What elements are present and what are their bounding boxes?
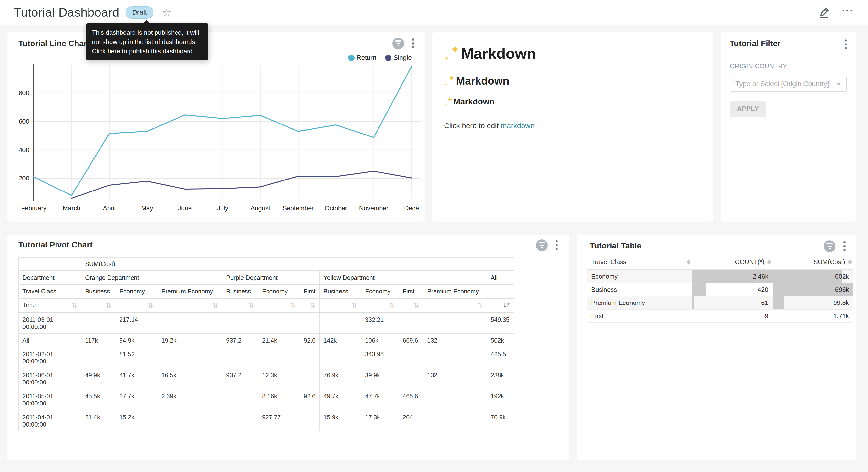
filter-circle-icon[interactable]	[824, 240, 835, 252]
pivot-value-cell	[81, 347, 115, 368]
sort-arrows-icon[interactable]: ⇅	[71, 301, 77, 309]
pivot-value-cell: 343.98	[361, 347, 399, 368]
legend-item-return[interactable]: Return	[348, 54, 376, 62]
column-header-count[interactable]: COUNT(*)	[692, 256, 773, 270]
sort-cell: ⇅	[258, 298, 300, 313]
pivot-value-cell	[423, 410, 487, 432]
sparkles-icon	[444, 97, 452, 106]
apply-button[interactable]: APPLY	[730, 101, 766, 117]
time-label-cell: Time⇅	[19, 298, 81, 313]
pivot-value-cell	[222, 389, 258, 410]
x-tick-label: July	[217, 204, 228, 212]
pivot-value-cell	[81, 313, 115, 333]
pivot-value-cell	[258, 347, 300, 368]
table-card: Tutorial Table Travel Class COUNT(*) SUM…	[577, 235, 856, 460]
ellipsis-v-icon[interactable]	[554, 239, 559, 251]
markdown-link[interactable]: markdown	[501, 122, 534, 129]
group-header: Yellow Department	[319, 271, 487, 285]
cell-value: 602k	[835, 272, 849, 280]
line-chart-plot[interactable]: 200400600800FebruaryMarchAprilMayJuneJul…	[7, 61, 423, 217]
pivot-value-cell	[222, 410, 258, 432]
pivot-value-cell: 669.6	[399, 333, 423, 347]
pivot-row: 2011-04-0100:00:0021.4k15.2k927.7715.9k1…	[19, 410, 515, 432]
all-column-header: All	[487, 271, 515, 285]
group-header: Purple Department	[222, 271, 319, 285]
table-row: Business420696k	[587, 283, 853, 296]
count-cell: 2.46k	[692, 270, 773, 283]
edit-dashboard-button[interactable]	[818, 6, 831, 19]
star-outline-icon[interactable]: ☆	[162, 7, 172, 18]
tutorial-table: Travel Class COUNT(*) SUM(Cost) Economy2…	[587, 256, 853, 323]
count-cell: 420	[692, 283, 773, 296]
pivot-value-cell	[399, 368, 423, 389]
legend-item-single[interactable]: Single	[385, 54, 412, 62]
ellipsis-v-icon[interactable]	[843, 38, 848, 50]
legend-label: Return	[356, 54, 376, 62]
class-header-empty	[487, 285, 515, 298]
pivot-total-cell: 549.35	[487, 313, 515, 333]
sort-arrows-icon[interactable]: ⇅	[413, 301, 419, 309]
pivot-time-cell: 2011-06-0100:00:00	[19, 368, 81, 389]
x-tick-label: Dece	[404, 204, 419, 212]
filter-circle-icon[interactable]	[393, 38, 404, 50]
origin-country-select[interactable]: Type or Select [Origin Country]	[730, 76, 847, 92]
sort-arrows-icon[interactable]: ⇅	[310, 301, 315, 309]
pivot-value-cell: 76.9k	[319, 368, 361, 389]
value-bar	[692, 296, 694, 309]
sort-arrows-icon[interactable]: ⇅	[351, 301, 357, 309]
pivot-value-cell	[300, 368, 319, 389]
pivot-row: 2011-06-0100:00:0049.9k41.7k16.5k937.212…	[19, 368, 515, 389]
table-row: First91.71k	[587, 309, 853, 323]
draft-badge[interactable]: Draft	[126, 6, 153, 19]
y-tick-label: 400	[19, 146, 29, 154]
pivot-value-cell	[300, 313, 319, 333]
pivot-corner-cell	[19, 258, 81, 271]
cell-value: 99.8k	[833, 299, 849, 306]
sort-arrows-icon[interactable]: ⇅	[290, 301, 296, 309]
filter-circle-icon[interactable]	[536, 239, 548, 251]
caret-down-icon	[837, 83, 841, 85]
cell-value: 61	[761, 299, 768, 306]
x-tick-label: August	[251, 204, 271, 212]
pivot-value-cell: 106k	[361, 333, 399, 347]
value-bar	[692, 283, 706, 296]
pivot-value-cell: 21.4k	[258, 333, 300, 347]
class-header: First	[399, 285, 423, 298]
class-header: Economy	[361, 285, 399, 298]
pivot-value-cell: 15.2k	[115, 410, 157, 432]
x-tick-label: April	[103, 204, 116, 212]
sort-amount-desc-icon[interactable]	[503, 302, 510, 309]
travel-class-cell: Premium Economy	[587, 296, 692, 309]
return-series-dot	[348, 55, 354, 61]
tooltip-arrow	[143, 20, 151, 24]
column-header-sum-cost[interactable]: SUM(Cost)	[773, 256, 853, 270]
pivot-value-cell: 49.9k	[81, 368, 115, 389]
class-header: Premium Economy	[157, 285, 222, 298]
sort-arrows-icon	[687, 260, 690, 265]
sum-cost-cell: 1.71k	[773, 309, 853, 323]
pivot-row: 2011-03-0100:00:00217.14332.21549.35	[19, 313, 515, 333]
sort-arrows-icon[interactable]: ⇅	[248, 301, 254, 309]
sort-arrows-icon[interactable]: ⇅	[389, 301, 395, 309]
sort-arrows-icon[interactable]: ⇅	[477, 301, 483, 309]
pivot-value-cell: 81.52	[115, 347, 157, 368]
sort-cell: ⇅	[157, 298, 222, 313]
ellipsis-v-icon[interactable]	[410, 37, 416, 50]
sort-arrows-icon[interactable]: ⇅	[148, 301, 153, 309]
sort-arrows-icon[interactable]: ⇅	[213, 301, 218, 309]
pivot-value-cell: 332.21	[361, 313, 399, 333]
pivot-row: 2011-05-0100:00:0045.5k37.7k2.69k8.16k92…	[19, 389, 515, 410]
pivot-metric-label: SUM(Cost)	[81, 258, 515, 271]
y-tick-label: 600	[19, 118, 29, 125]
sort-arrows-icon	[767, 260, 771, 265]
sort-arrows-icon[interactable]: ⇅	[105, 301, 111, 309]
pivot-value-cell: 39.9k	[361, 368, 399, 389]
pivot-row: All117k94.9k19.2k937.221.4k92.6142k106k6…	[19, 333, 515, 347]
ellipsis-v-icon[interactable]	[842, 240, 847, 252]
ellipsis-h-icon[interactable]: ⋯	[841, 8, 854, 17]
column-header-travel-class[interactable]: Travel Class	[587, 256, 692, 270]
sort-cell: ⇅	[423, 298, 487, 313]
sort-cell: ⇅	[115, 298, 157, 313]
markdown-h2: Markdown	[444, 75, 701, 87]
pivot-time-cell: 2011-03-0100:00:00	[19, 313, 81, 333]
